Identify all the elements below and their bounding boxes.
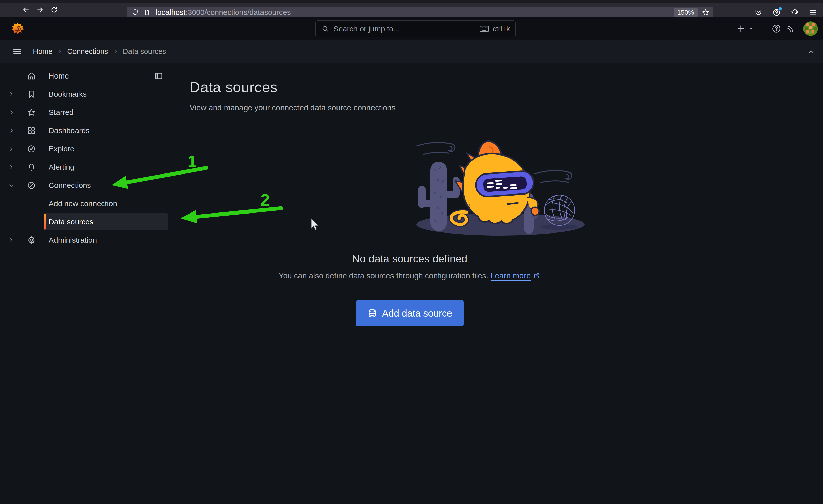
- breadcrumb-separator-icon: [113, 49, 118, 54]
- bell-icon: [27, 163, 36, 172]
- search-input[interactable]: Search or jump to... ctrl+k: [315, 20, 516, 37]
- chevron-up-icon: [808, 48, 815, 56]
- help-icon: [771, 24, 782, 34]
- search-shortcut: ctrl+k: [493, 25, 510, 33]
- shield-icon[interactable]: [131, 9, 139, 16]
- forward-arrow-icon: [36, 6, 44, 14]
- chevron-down-icon: [748, 25, 754, 32]
- url-text: localhost:3000/connections/datasources: [156, 8, 674, 17]
- empty-state-title: No data sources defined: [171, 253, 648, 265]
- collapse-toolbar-button[interactable]: [806, 46, 817, 57]
- browser-reload-button[interactable]: [47, 4, 61, 16]
- page-title: Data sources: [189, 78, 278, 95]
- chevron-right-icon[interactable]: [8, 109, 15, 116]
- database-icon: [367, 308, 377, 318]
- pocket-button[interactable]: [753, 7, 764, 18]
- empty-state-caption: You can also define data sources through…: [171, 271, 648, 280]
- grafana-header: Search or jump to... ctrl+k: [0, 17, 823, 40]
- gear-icon: [27, 236, 36, 245]
- breadcrumb-connections[interactable]: Connections: [67, 47, 108, 56]
- extensions-button[interactable]: [789, 7, 801, 18]
- home-icon: [27, 71, 36, 80]
- back-arrow-icon: [21, 6, 30, 14]
- pocket-icon: [754, 8, 763, 16]
- breadcrumb-bar: Home Connections Data sources: [0, 40, 823, 63]
- help-button[interactable]: [769, 21, 784, 36]
- sidebar-item-starred[interactable]: Starred: [0, 103, 171, 121]
- hamburger-icon: [809, 8, 817, 17]
- plus-icon: [736, 24, 746, 34]
- sidebar-item-explore[interactable]: Explore: [0, 140, 171, 158]
- main-content: Data sources View and manage your connec…: [171, 63, 823, 504]
- compass-icon: [27, 145, 36, 154]
- browser-address-bar[interactable]: localhost:3000/connections/datasources 1…: [127, 7, 713, 18]
- add-data-source-label: Add data source: [382, 308, 452, 319]
- news-button[interactable]: [784, 21, 798, 36]
- sidebar-item-alerting[interactable]: Alerting: [0, 158, 171, 176]
- add-data-source-button[interactable]: Add data source: [356, 300, 464, 326]
- dock-menu-icon[interactable]: [154, 71, 163, 80]
- bookmark-star-icon[interactable]: [702, 8, 710, 16]
- window-top-edge: [0, 0, 823, 3]
- page-subtitle: View and manage your connected data sour…: [189, 103, 395, 112]
- new-menu-button[interactable]: [733, 21, 757, 36]
- rss-icon: [786, 24, 795, 33]
- header-divider: [763, 23, 763, 34]
- sidebar-item-connections[interactable]: Connections: [0, 176, 171, 195]
- breadcrumb: Home Connections Data sources: [33, 47, 166, 56]
- sidebar-item-dashboards[interactable]: Dashboards: [0, 121, 171, 140]
- sidebar-item-data-sources[interactable]: Data sources: [0, 213, 171, 231]
- chevron-right-icon[interactable]: [8, 91, 15, 97]
- user-avatar[interactable]: [803, 21, 818, 36]
- browser-back-button[interactable]: [19, 4, 33, 16]
- header-actions: [733, 17, 818, 40]
- chevron-down-icon[interactable]: [8, 182, 15, 189]
- menu-icon: [12, 47, 22, 57]
- empty-state-illustration: [413, 136, 593, 238]
- chevron-right-icon[interactable]: [8, 164, 15, 171]
- browser-forward-button[interactable]: [33, 4, 47, 16]
- sidebar-item-home[interactable]: Home: [0, 67, 171, 85]
- puzzle-icon: [791, 8, 799, 16]
- bookmark-icon: [27, 90, 36, 99]
- page-info-icon[interactable]: [143, 9, 151, 16]
- mega-menu-toggle[interactable]: [11, 45, 24, 58]
- sidebar-item-add-new-connection[interactable]: Add new connection: [0, 195, 171, 213]
- star-icon: [27, 108, 36, 117]
- sidebar-item-bookmarks[interactable]: Bookmarks: [0, 85, 171, 103]
- external-link-icon: [533, 272, 541, 279]
- account-notification-dot: [779, 7, 782, 10]
- learn-more-link[interactable]: Learn more: [491, 271, 531, 280]
- empty-state-actions: Add data source: [171, 300, 648, 326]
- account-button[interactable]: [771, 7, 783, 18]
- grafana-logo[interactable]: [11, 22, 24, 35]
- active-item-accent-bar: [43, 214, 46, 230]
- keyboard-icon: [479, 25, 489, 33]
- search-placeholder: Search or jump to...: [333, 25, 479, 33]
- browser-zoom-badge[interactable]: 150%: [674, 8, 698, 17]
- breadcrumb-home[interactable]: Home: [33, 47, 52, 56]
- browser-toolbar: localhost:3000/connections/datasources 1…: [0, 3, 823, 17]
- browser-menu-button[interactable]: [807, 7, 819, 18]
- breadcrumb-separator-icon: [57, 49, 62, 54]
- chevron-right-icon[interactable]: [8, 237, 15, 243]
- breadcrumb-data-sources[interactable]: Data sources: [123, 47, 166, 56]
- chevron-right-icon[interactable]: [8, 146, 15, 152]
- screen: localhost:3000/connections/datasources 1…: [0, 0, 823, 504]
- sidebar-item-administration[interactable]: Administration: [0, 231, 171, 249]
- search-icon: [321, 25, 329, 33]
- dashboards-grid-icon: [27, 126, 36, 135]
- chevron-right-icon[interactable]: [8, 128, 15, 134]
- connections-icon: [27, 181, 36, 190]
- nav-sidebar: Home Bookmarks Starred Dashboards Explor…: [0, 63, 171, 504]
- reload-icon: [50, 6, 58, 14]
